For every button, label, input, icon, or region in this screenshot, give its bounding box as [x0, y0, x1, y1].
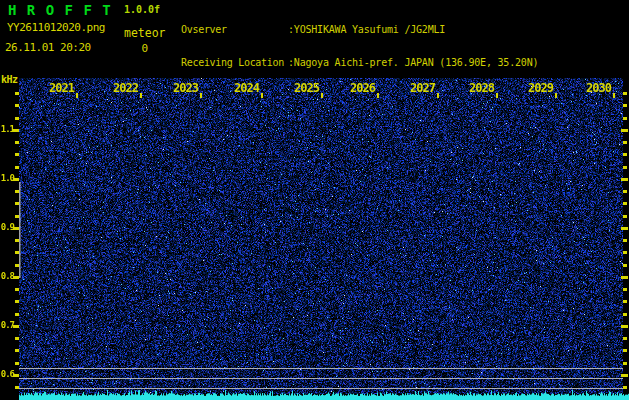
x-minute-tick [321, 93, 323, 98]
y-minor-tick-left [15, 92, 19, 95]
y-minor-tick-right [623, 166, 627, 169]
y-minor-tick-left [15, 141, 19, 144]
info-row-location: Receiving Location:Nagoya Aichi-pref. JA… [181, 58, 538, 69]
info-value: :Nagoya Aichi-pref. JAPAN (136.90E, 35.2… [288, 57, 538, 68]
x-axis-label: 2023 [162, 81, 198, 95]
y-minor-tick-right [623, 264, 627, 267]
y-major-tick-right [621, 227, 628, 230]
x-axis-label: 2022 [102, 81, 138, 95]
x-axis-label: 2030 [575, 81, 611, 95]
y-minor-tick-left [15, 337, 19, 340]
y-minor-tick-left [15, 153, 19, 156]
y-minor-tick-right [623, 239, 627, 242]
y-minor-tick-left [15, 166, 19, 169]
app-version: 1.0.0f [124, 4, 160, 15]
y-axis-label: 0.6 [0, 369, 14, 379]
y-minor-tick-right [623, 362, 627, 365]
y-minor-tick-right [623, 313, 627, 316]
x-axis-label: 2021 [38, 81, 74, 95]
y-minor-tick-right [623, 337, 627, 340]
y-minor-tick-right [623, 117, 627, 120]
y-minor-tick-left [15, 386, 19, 389]
y-axis-label: 0.9 [0, 222, 14, 232]
y-minor-tick-right [623, 153, 627, 156]
x-axis-label: 2028 [458, 81, 494, 95]
x-minute-tick [613, 93, 615, 98]
app-title: H R O F F T [8, 2, 112, 18]
info-label: Ovserver [181, 25, 288, 36]
x-minute-tick [496, 93, 498, 98]
echo-count: 0 [128, 42, 148, 55]
y-minor-tick-left [15, 362, 19, 365]
y-minor-tick-left [15, 349, 19, 352]
y-axis-label: 1.0 [0, 173, 14, 183]
mode-label: meteor [124, 26, 166, 40]
output-file-name: YY2611012020.png [7, 21, 105, 34]
y-major-tick-right [621, 178, 628, 181]
y-minor-tick-right [623, 215, 627, 218]
y-minor-tick-left [15, 104, 19, 107]
x-minute-tick [76, 93, 78, 98]
y-minor-tick-left [15, 117, 19, 120]
y-major-tick-right [621, 325, 628, 328]
x-minute-tick [140, 93, 142, 98]
y-minor-tick-right [623, 251, 627, 254]
y-minor-tick-right [623, 190, 627, 193]
y-minor-tick-right [623, 300, 627, 303]
x-minute-tick [261, 93, 263, 98]
y-minor-tick-left [15, 300, 19, 303]
info-row-observer: Ovserver:YOSHIKAWA Yasufumi /JG2MLI [181, 25, 538, 36]
x-axis-label: 2024 [223, 81, 259, 95]
y-major-tick-right [621, 276, 628, 279]
y-minor-tick-right [623, 141, 627, 144]
y-minor-tick-right [623, 104, 627, 107]
info-value: :YOSHIKAWA Yasufumi /JG2MLI [288, 24, 445, 35]
x-minute-tick [437, 93, 439, 98]
x-axis-label: 2026 [339, 81, 375, 95]
y-minor-tick-left [15, 313, 19, 316]
y-minor-tick-left [15, 190, 19, 193]
x-axis-label: 2025 [283, 81, 319, 95]
y-minor-tick-right [623, 349, 627, 352]
y-axis-label: 1.1 [0, 124, 14, 134]
y-minor-tick-right [623, 202, 627, 205]
y-minor-tick-left [15, 264, 19, 267]
y-axis-label: 0.7 [0, 320, 14, 330]
x-axis-label: 2027 [399, 81, 435, 95]
y-minor-tick-right [623, 386, 627, 389]
x-minute-tick [377, 93, 379, 98]
x-minute-tick [555, 93, 557, 98]
y-axis-label: 0.8 [0, 271, 14, 281]
y-major-tick-right [621, 129, 628, 132]
y-minor-tick-right [623, 92, 627, 95]
x-minute-tick [200, 93, 202, 98]
y-axis-unit: kHz [1, 74, 18, 85]
info-label: Receiving Location [181, 58, 288, 69]
y-minor-tick-left [15, 251, 19, 254]
y-major-tick-right [621, 374, 628, 377]
y-minor-tick-left [15, 202, 19, 205]
y-minor-tick-right [623, 288, 627, 291]
spectrogram-canvas [19, 78, 629, 400]
x-axis-label: 2029 [517, 81, 553, 95]
file-datetime: 26.11.01 20:20 [5, 41, 91, 54]
hrofft-screen: H R O F F T 1.0.0f YY2611012020.png mete… [0, 0, 629, 400]
y-minor-tick-left [15, 288, 19, 291]
y-minor-tick-left [15, 215, 19, 218]
y-minor-tick-left [15, 239, 19, 242]
